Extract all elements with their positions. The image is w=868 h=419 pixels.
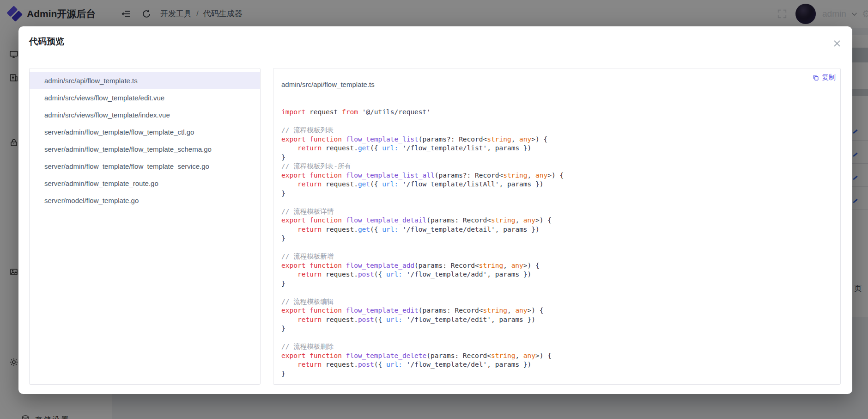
code-line: export function flow_template_detail(par…	[281, 216, 837, 225]
code-line: export function flow_template_delete(par…	[281, 351, 837, 361]
code-line: }	[281, 279, 837, 289]
code-line: export function flow_template_add(params…	[281, 261, 837, 271]
code-line: // 流程模板列表	[281, 126, 837, 135]
file-list-item[interactable]: admin/src/views/flow_template/edit.vue	[30, 89, 260, 106]
code-line: return request.get({ url: '/flow_templat…	[281, 180, 837, 189]
modal-title: 代码预览	[29, 36, 64, 48]
code-line: }	[281, 189, 837, 198]
code-file-title: admin/src/api/flow_template.ts	[281, 80, 375, 88]
copy-button[interactable]: 复制	[812, 73, 836, 82]
code-line: export function flow_template_edit(param…	[281, 306, 837, 315]
file-list-item[interactable]: admin/src/views/flow_template/index.vue	[30, 106, 260, 123]
file-list-item[interactable]: server/admin/flow_template_route.go	[30, 175, 260, 192]
code-line: // 流程模板列表-所有	[281, 162, 837, 171]
copy-icon	[812, 74, 819, 81]
copy-label: 复制	[822, 73, 836, 82]
code-line: return request.post({ url: '/flow_templa…	[281, 360, 837, 370]
code-line: // 流程模板新增	[281, 252, 837, 261]
file-list: admin/src/api/flow_template.tsadmin/src/…	[29, 68, 261, 385]
code-line: }	[281, 234, 837, 243]
file-list-item[interactable]: server/admin/flow_template/flow_template…	[30, 141, 260, 158]
code-line: }	[281, 324, 837, 333]
code-line	[281, 243, 837, 253]
file-list-item[interactable]: server/model/flow_template.go	[30, 192, 260, 209]
close-icon[interactable]	[833, 39, 841, 48]
code-panel: 复制 admin/src/api/flow_template.ts import…	[273, 68, 841, 385]
code-line: return request.get({ url: '/flow_templat…	[281, 144, 837, 153]
file-list-item[interactable]: admin/src/api/flow_template.ts	[30, 72, 260, 89]
code-line	[281, 333, 837, 343]
code-line: return request.get({ url: '/flow_templat…	[281, 225, 837, 234]
code-line	[281, 288, 837, 297]
code-line	[281, 198, 837, 207]
code-line: return request.post({ url: '/flow_templa…	[281, 270, 837, 279]
code-line: export function flow_template_list(param…	[281, 135, 837, 144]
code-line: // 流程模板编辑	[281, 297, 837, 307]
code-line: // 流程模板详情	[281, 207, 837, 216]
code-preview-modal: 代码预览 admin/src/api/flow_template.tsadmin…	[18, 26, 852, 394]
code-line: }	[281, 370, 837, 379]
file-list-item[interactable]: server/admin/flow_template/flow_template…	[30, 158, 260, 175]
code-line	[281, 117, 837, 126]
code-line: export function flow_template_list_all(p…	[281, 171, 837, 180]
code-area: import request from '@/utils/request' //…	[281, 108, 837, 382]
code-line: import request from '@/utils/request'	[281, 108, 837, 117]
code-line: return request.post({ url: '/flow_templa…	[281, 315, 837, 325]
code-line: }	[281, 153, 837, 162]
code-line: // 流程模板删除	[281, 342, 837, 351]
file-list-item[interactable]: server/admin/flow_template/flow_template…	[30, 123, 260, 141]
